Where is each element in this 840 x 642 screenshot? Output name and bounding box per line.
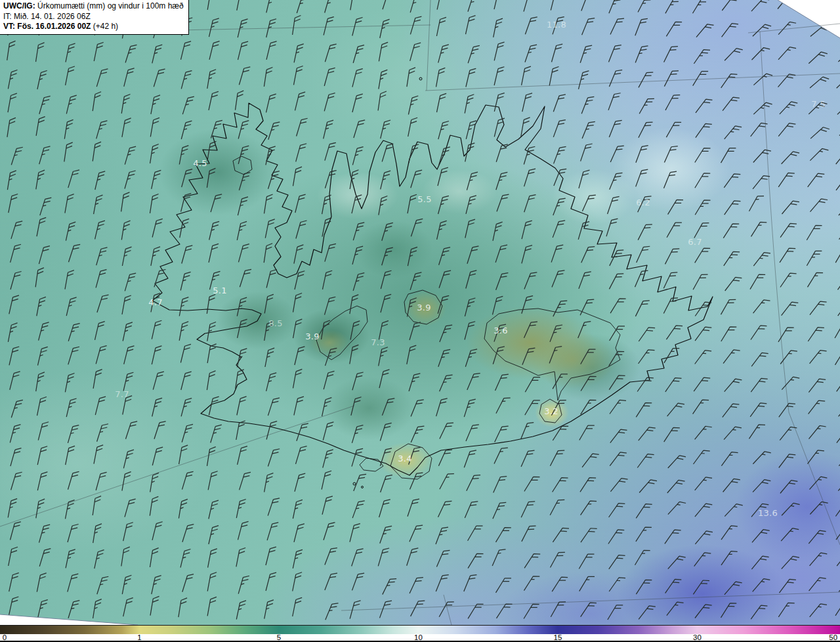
precip-label: 4.5: [193, 158, 207, 168]
title-line-product: UWC/IG: Úrkomumætti (mm) og vindur i 100…: [3, 1, 184, 12]
valid-label: VT:: [3, 22, 15, 31]
precip-label: 13.6: [758, 508, 778, 518]
colorbar-gradient: [0, 625, 840, 634]
colorbar-tick: 10: [414, 633, 423, 641]
colorbar-tick: 50: [829, 633, 837, 641]
precip-label: 3.4: [398, 454, 412, 463]
precip-label: 5.5: [417, 194, 432, 204]
precip-label: 4.7: [148, 297, 163, 307]
colorbar-tick-labels: 01510153050: [0, 634, 840, 642]
product-title: Úrkomumætti (mm) og vindur i 100m hæð: [35, 1, 184, 11]
precip-label: 11.8: [547, 20, 566, 30]
colorbar: 01510153050: [0, 625, 840, 642]
precip-label: 5.1: [213, 286, 227, 295]
precip-label: 6.2: [636, 198, 650, 207]
valid-offset: (+42 h): [91, 22, 118, 31]
map-canvas: 11.87.54.55.56.26.75.14.73.98.53.97.33.6…: [0, 0, 840, 625]
init-time: Mið. 14. 01. 2026 06Z: [12, 12, 91, 21]
precip-label: 7.5: [811, 99, 826, 109]
colorbar-tick: 0: [3, 633, 7, 641]
precip-label: 3.9: [305, 332, 320, 341]
precip-label: 3.9: [417, 303, 431, 312]
colorbar-tick: 15: [554, 633, 562, 641]
product-label: UWC/IG:: [3, 1, 35, 11]
init-label: IT:: [3, 12, 12, 21]
colorbar-tick: 30: [693, 633, 702, 641]
title-line-init: IT: Mið. 14. 01. 2026 06Z: [3, 12, 184, 22]
colorbar-tick: 1: [137, 633, 141, 641]
precip-label: 7.7: [115, 389, 129, 399]
precip-label: 8.5: [268, 318, 283, 328]
precip-label: 7.3: [371, 337, 385, 347]
precip-label: 3.6: [494, 326, 508, 335]
title-box: UWC/IG: Úrkomumætti (mm) og vindur i 100…: [0, 0, 189, 35]
precip-label: 6.7: [688, 237, 702, 247]
precip-label: 3.2: [544, 406, 558, 416]
colorbar-tick: 5: [277, 633, 281, 641]
precip-value-labels: 11.87.54.55.56.26.75.14.73.98.53.97.33.6…: [0, 0, 840, 625]
valid-time: Fös. 16.01.2026 00Z: [15, 22, 91, 31]
title-line-valid: VT: Fös. 16.01.2026 00Z (+42 h): [3, 22, 184, 32]
weather-map-window: 11.87.54.55.56.26.75.14.73.98.53.97.33.6…: [0, 0, 840, 642]
